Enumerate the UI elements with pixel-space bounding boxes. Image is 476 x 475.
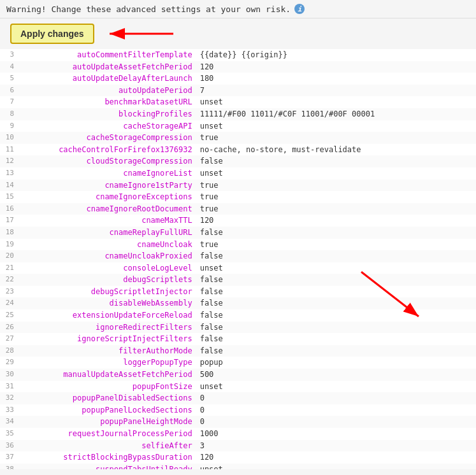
setting-value: popup <box>198 357 476 369</box>
row-number: 6 <box>0 85 18 97</box>
setting-key: benchmarkDatasetURL <box>18 96 198 108</box>
setting-value: false <box>198 297 476 309</box>
setting-key: selfieAfter <box>18 440 198 452</box>
setting-key: disableWebAssembly <box>18 297 198 309</box>
table-row: 10cacheStorageCompressiontrue <box>0 132 476 144</box>
table-row: 33popupPanelLockedSections0 <box>0 404 476 416</box>
row-number: 30 <box>0 369 18 381</box>
setting-key: cnameIgnoreList <box>18 167 198 180</box>
setting-key: suspendTabsUntilReady <box>18 464 198 469</box>
setting-key: popupPanelLockedSections <box>18 404 198 416</box>
setting-value: false <box>198 155 476 167</box>
setting-key: cacheStorageCompression <box>18 132 198 144</box>
table-row: 3autoCommentFilterTemplate{{date}} {{ori… <box>0 49 476 61</box>
table-row: 28filterAuthorModefalse <box>0 345 476 357</box>
table-row: 38suspendTabsUntilReadyunset <box>0 464 476 469</box>
setting-value: false <box>198 274 476 286</box>
row-number: 11 <box>0 144 18 156</box>
setting-key: cnameMaxTTL <box>18 215 198 227</box>
table-row: 26ignoreRedirectFiltersfalse <box>0 322 476 334</box>
apply-changes-row: Apply changes <box>0 18 476 49</box>
row-number: 33 <box>0 404 18 416</box>
setting-value: unset <box>198 464 476 469</box>
row-number: 20 <box>0 250 18 262</box>
row-number: 37 <box>0 451 18 464</box>
setting-key: strictBlockingBypassDuration <box>18 451 198 464</box>
setting-key: ignoreScriptInjectFilters <box>18 333 198 345</box>
setting-key: manualUpdateAssetFetchPeriod <box>18 369 198 381</box>
info-icon[interactable]: i <box>294 4 305 14</box>
setting-value: true <box>198 239 476 251</box>
row-number: 8 <box>0 108 18 120</box>
setting-value: 1000 <box>198 428 476 440</box>
table-row: 25extensionUpdateForceReloadfalse <box>0 309 476 322</box>
setting-key: debugScriptletInjector <box>18 286 198 298</box>
setting-value: true <box>198 132 476 144</box>
row-number: 5 <box>0 73 18 85</box>
setting-key: cacheControlForFirefox1376932 <box>18 144 198 156</box>
setting-value: false <box>198 333 476 345</box>
setting-value: 500 <box>198 369 476 381</box>
table-row: 12cloudStorageCompressionfalse <box>0 155 476 167</box>
table-row: 31popupFontSizeunset <box>0 381 476 393</box>
apply-changes-button[interactable]: Apply changes <box>10 24 94 44</box>
setting-value: 3 <box>198 440 476 452</box>
setting-key: autoUpdateAssetFetchPeriod <box>18 61 198 73</box>
row-number: 9 <box>0 120 18 132</box>
row-number: 34 <box>0 416 18 428</box>
setting-key: autoUpdateDelayAfterLaunch <box>18 73 198 85</box>
setting-value: unset <box>198 381 476 393</box>
setting-key: cloudStorageCompression <box>18 155 198 167</box>
table-row: 17cnameMaxTTL120 <box>0 215 476 227</box>
table-row: 30manualUpdateAssetFetchPeriod500 <box>0 369 476 381</box>
table-row: 9cacheStorageAPIunset <box>0 120 476 132</box>
row-number: 18 <box>0 227 18 239</box>
arrow-indicator <box>103 22 180 45</box>
setting-key: consoleLogLevel <box>18 262 198 274</box>
row-number: 25 <box>0 309 18 322</box>
setting-value: unset <box>198 120 476 132</box>
warning-bar: Warning! Change these advanced settings … <box>0 0 476 18</box>
table-row: 7benchmarkDatasetURLunset <box>0 96 476 108</box>
row-number: 13 <box>0 167 18 180</box>
table-row: 35requestJournalProcessPeriod1000 <box>0 428 476 440</box>
table-row: 37strictBlockingBypassDuration120 <box>0 451 476 464</box>
setting-value: false <box>198 250 476 262</box>
setting-value: 11111/#F00 11011/#C0F 11001/#00F 00001 <box>198 108 476 120</box>
setting-value: 7 <box>198 85 476 97</box>
setting-value: 0 <box>198 392 476 404</box>
table-row: 32popupPanelDisabledSections0 <box>0 392 476 404</box>
setting-value: no-cache, no-store, must-revalidate <box>198 144 476 156</box>
row-number: 28 <box>0 345 18 357</box>
row-number: 3 <box>0 49 18 61</box>
setting-key: cnameUncloak <box>18 239 198 251</box>
row-number: 29 <box>0 357 18 369</box>
setting-key: popupFontSize <box>18 381 198 393</box>
settings-table-wrapper: 3autoCommentFilterTemplate{{date}} {{ori… <box>0 49 476 469</box>
row-number: 38 <box>0 464 18 469</box>
setting-value: 180 <box>198 73 476 85</box>
setting-value: 0 <box>198 404 476 416</box>
setting-value: false <box>198 309 476 322</box>
row-number: 4 <box>0 61 18 73</box>
table-row: 21consoleLogLevelunset <box>0 262 476 274</box>
setting-key: cacheStorageAPI <box>18 120 198 132</box>
row-number: 26 <box>0 322 18 334</box>
table-row: 4autoUpdateAssetFetchPeriod120 <box>0 61 476 73</box>
table-row: 11cacheControlForFirefox1376932no-cache,… <box>0 144 476 156</box>
table-row: 19cnameUncloaktrue <box>0 239 476 251</box>
setting-value: false <box>198 345 476 357</box>
row-number: 7 <box>0 96 18 108</box>
settings-table: 3autoCommentFilterTemplate{{date}} {{ori… <box>0 49 476 469</box>
row-number: 16 <box>0 203 18 215</box>
setting-key: debugScriptlets <box>18 274 198 286</box>
table-row: 20cnameUncloakProxiedfalse <box>0 250 476 262</box>
row-number: 15 <box>0 191 18 203</box>
table-row: 16cnameIgnoreRootDocumenttrue <box>0 203 476 215</box>
setting-key: autoUpdatePeriod <box>18 85 198 97</box>
setting-value: {{date}} {{origin}} <box>198 49 476 61</box>
setting-key: extensionUpdateForceReload <box>18 309 198 322</box>
setting-key: popupPanelDisabledSections <box>18 392 198 404</box>
row-number: 32 <box>0 392 18 404</box>
setting-key: cnameUncloakProxied <box>18 250 198 262</box>
